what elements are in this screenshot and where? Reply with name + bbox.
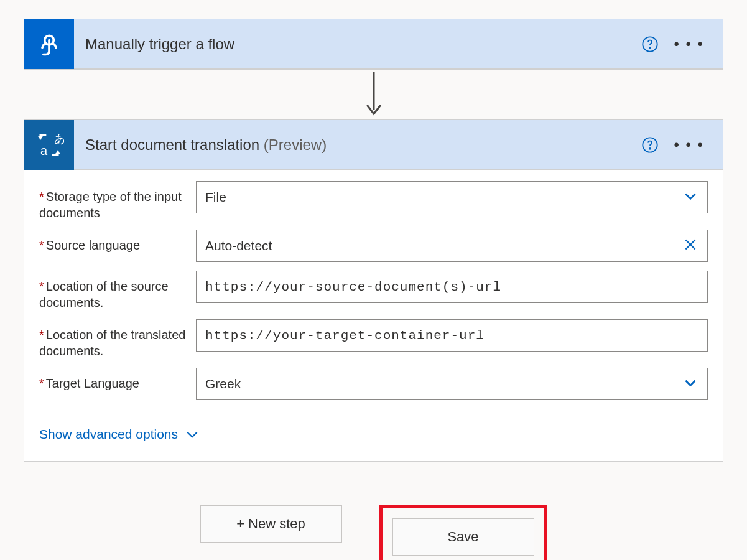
label-source-loc: *Location of the source documents. (39, 271, 196, 310)
source-lang-select[interactable]: Auto-detect (196, 230, 708, 262)
show-advanced-link[interactable]: Show advanced options (39, 426, 200, 442)
new-step-button[interactable]: + New step (200, 505, 342, 543)
advanced-link-label: Show advanced options (39, 427, 178, 442)
label-target-loc: *Location of the translated documents. (39, 319, 196, 359)
clear-icon[interactable] (682, 236, 698, 256)
svg-marker-4 (38, 136, 43, 139)
preview-label: (Preview) (264, 136, 327, 153)
source-lang-value: Auto-detect (205, 238, 682, 253)
target-lang-value: Greek (205, 376, 682, 391)
trigger-title: Manually trigger a flow (74, 35, 641, 53)
save-button[interactable]: Save (392, 518, 534, 556)
save-highlight-box: Save (379, 505, 547, 560)
help-icon[interactable] (641, 136, 659, 154)
more-icon[interactable]: • • • (674, 136, 704, 154)
action-title-text: Start document translation (85, 136, 259, 153)
storage-type-value: File (205, 190, 682, 205)
svg-text:a: a (40, 144, 48, 157)
trigger-icon (24, 19, 74, 69)
save-label: Save (447, 529, 478, 545)
more-icon[interactable]: • • • (674, 35, 704, 53)
label-source-lang: *Source language (39, 230, 196, 253)
action-card: あ a Start document translation (Preview)… (24, 119, 723, 462)
svg-text:あ: あ (54, 133, 64, 145)
svg-marker-7 (55, 151, 60, 154)
action-title: Start document translation (Preview) (74, 136, 641, 154)
label-storage-type: *Storage type of the input documents (39, 181, 196, 221)
target-loc-input[interactable]: https://your-target-container-url (196, 319, 708, 352)
svg-point-9 (650, 147, 651, 149)
target-lang-select[interactable]: Greek (196, 368, 708, 400)
chevron-down-icon (682, 188, 698, 207)
translation-icon: あ a (24, 120, 74, 170)
storage-type-select[interactable]: File (196, 181, 708, 213)
svg-point-2 (650, 47, 651, 48)
new-step-label: + New step (236, 516, 305, 532)
source-loc-input[interactable]: https://your-source-document(s)-url (196, 271, 708, 303)
source-loc-value: https://your-source-document(s)-url (205, 280, 698, 294)
target-loc-value: https://your-target-container-url (205, 329, 698, 343)
help-icon[interactable] (641, 35, 659, 53)
label-target-lang: *Target Language (39, 368, 196, 391)
trigger-card: Manually trigger a flow • • • (24, 19, 723, 70)
chevron-down-icon (682, 375, 698, 394)
connector-arrow (24, 70, 723, 119)
